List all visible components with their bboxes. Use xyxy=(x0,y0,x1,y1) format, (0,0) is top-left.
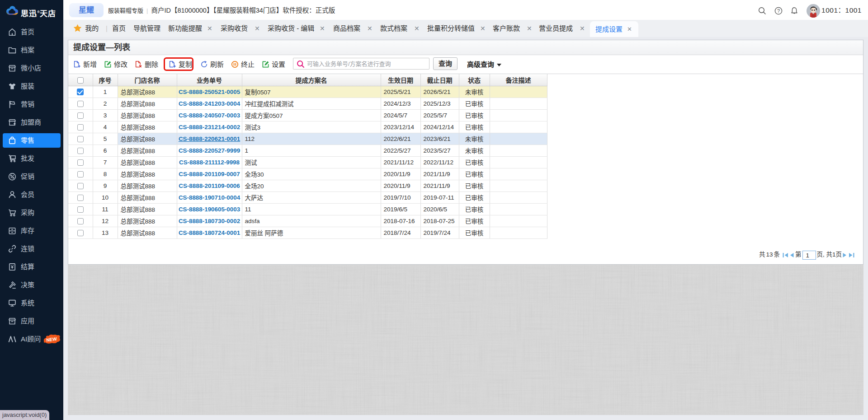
svg-text:?: ? xyxy=(777,8,780,14)
